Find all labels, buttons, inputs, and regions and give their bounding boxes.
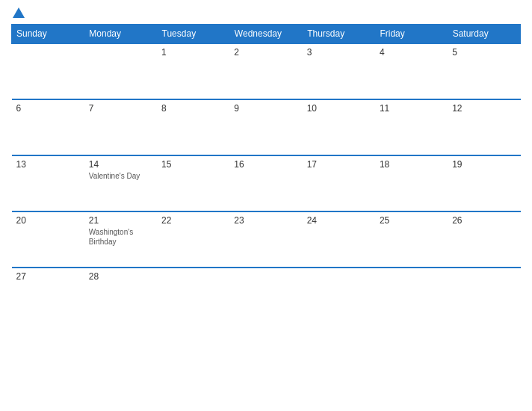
calendar-cell xyxy=(303,268,375,324)
day-number: 11 xyxy=(380,103,443,114)
logo xyxy=(11,7,25,18)
calendar-cell: 18 xyxy=(375,155,448,211)
calendar-cell: 4 xyxy=(375,43,448,99)
day-number: 14 xyxy=(89,159,152,170)
calendar-cell: 9 xyxy=(229,99,302,155)
calendar-cell: 3 xyxy=(303,43,375,99)
calendar-cell: 21Washington's Birthday xyxy=(84,211,157,268)
calendar-cell: 25 xyxy=(375,211,448,268)
day-number: 28 xyxy=(89,271,152,282)
day-number: 9 xyxy=(234,103,297,114)
day-number: 16 xyxy=(234,159,297,170)
day-number: 5 xyxy=(452,47,516,58)
weekday-header-row: SundayMondayTuesdayWednesdayThursdayFrid… xyxy=(12,25,521,44)
calendar-table: SundayMondayTuesdayWednesdayThursdayFrid… xyxy=(11,24,521,324)
day-number: 1 xyxy=(161,47,225,58)
calendar-cell: 17 xyxy=(303,155,375,211)
week-row-5: 2728 xyxy=(12,268,521,324)
weekday-header-saturday: Saturday xyxy=(448,25,520,44)
day-number: 6 xyxy=(16,103,80,114)
calendar-cell xyxy=(229,268,302,324)
day-number: 27 xyxy=(16,271,80,282)
calendar-cell: 13 xyxy=(12,155,84,211)
calendar-cell: 12 xyxy=(448,99,520,155)
calendar-cell: 7 xyxy=(84,99,157,155)
event-label: Washington's Birthday xyxy=(89,227,152,247)
calendar-page: SundayMondayTuesdayWednesdayThursdayFrid… xyxy=(0,0,532,411)
calendar-cell xyxy=(12,43,84,99)
day-number: 13 xyxy=(16,159,80,170)
day-number: 7 xyxy=(89,103,152,114)
calendar-cell xyxy=(375,268,448,324)
logo-triangle-icon xyxy=(13,7,25,18)
day-number: 12 xyxy=(452,103,516,114)
weekday-header-friday: Friday xyxy=(375,25,448,44)
weekday-header-wednesday: Wednesday xyxy=(229,25,302,44)
week-row-1: 12345 xyxy=(12,43,521,99)
day-number: 10 xyxy=(307,103,371,114)
calendar-cell: 2 xyxy=(229,43,302,99)
weekday-header-thursday: Thursday xyxy=(303,25,375,44)
calendar-cell: 26 xyxy=(448,211,520,268)
day-number: 17 xyxy=(307,159,371,170)
calendar-header xyxy=(11,7,521,18)
calendar-cell: 5 xyxy=(448,43,520,99)
calendar-cell: 14Valentine's Day xyxy=(84,155,157,211)
day-number: 18 xyxy=(380,159,443,170)
calendar-cell: 16 xyxy=(229,155,302,211)
calendar-cell: 6 xyxy=(12,99,84,155)
weekday-header-sunday: Sunday xyxy=(12,25,84,44)
day-number: 24 xyxy=(307,215,371,226)
day-number: 20 xyxy=(16,215,80,226)
calendar-cell: 22 xyxy=(157,211,229,268)
calendar-cell: 8 xyxy=(157,99,229,155)
calendar-cell: 19 xyxy=(448,155,520,211)
calendar-cell xyxy=(157,268,229,324)
weekday-header-monday: Monday xyxy=(84,25,157,44)
day-number: 21 xyxy=(89,215,152,226)
day-number: 22 xyxy=(161,215,225,226)
day-number: 4 xyxy=(380,47,443,58)
day-number: 23 xyxy=(234,215,297,226)
calendar-cell: 1 xyxy=(157,43,229,99)
day-number: 26 xyxy=(452,215,516,226)
calendar-cell: 11 xyxy=(375,99,448,155)
week-row-4: 2021Washington's Birthday2223242526 xyxy=(12,211,521,268)
calendar-cell: 27 xyxy=(12,268,84,324)
day-number: 8 xyxy=(161,103,225,114)
calendar-cell xyxy=(448,268,520,324)
calendar-cell: 28 xyxy=(84,268,157,324)
day-number: 19 xyxy=(452,159,516,170)
calendar-cell: 10 xyxy=(303,99,375,155)
day-number: 2 xyxy=(234,47,297,58)
calendar-cell xyxy=(84,43,157,99)
week-row-3: 1314Valentine's Day1516171819 xyxy=(12,155,521,211)
day-number: 3 xyxy=(307,47,371,58)
calendar-cell: 24 xyxy=(303,211,375,268)
weekday-header-tuesday: Tuesday xyxy=(157,25,229,44)
calendar-cell: 15 xyxy=(157,155,229,211)
day-number: 25 xyxy=(380,215,443,226)
week-row-2: 6789101112 xyxy=(12,99,521,155)
calendar-cell: 23 xyxy=(229,211,302,268)
day-number: 15 xyxy=(161,159,225,170)
event-label: Valentine's Day xyxy=(89,171,152,181)
calendar-cell: 20 xyxy=(12,211,84,268)
